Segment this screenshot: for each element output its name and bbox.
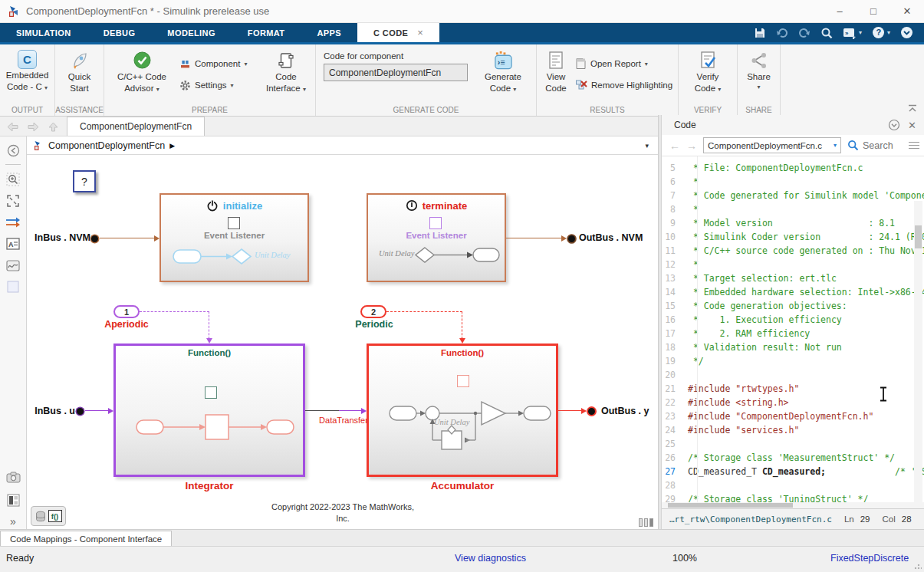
tab-debug[interactable]: DEBUG [87, 23, 152, 42]
maximize-button[interactable]: □ [857, 0, 890, 23]
tab-format[interactable]: FORMAT [232, 23, 301, 42]
code-editor[interactable]: 5 * File: ComponentDeploymentFcn.c6 *7 *… [662, 156, 924, 502]
accumulator-block-name[interactable]: Accumulator [367, 480, 558, 491]
signal-line[interactable] [85, 410, 109, 411]
signal-line[interactable] [339, 410, 361, 411]
minimize-button[interactable]: – [823, 0, 857, 23]
outport-outbus-nvm-label[interactable]: OutBus . NVM [579, 232, 643, 243]
signal-line[interactable] [305, 410, 339, 411]
panel-options-icon[interactable] [909, 142, 919, 149]
view-diagnostics-link[interactable]: View diagnostics [455, 553, 526, 564]
annotation-icon[interactable]: A [5, 236, 21, 251]
model-browser-icon[interactable] [5, 492, 21, 508]
code-horizontal-scrollbar[interactable] [662, 502, 924, 508]
settings-button[interactable]: Settings ▾ [179, 76, 253, 94]
zoom-in-icon[interactable] [5, 172, 21, 187]
redo-icon[interactable] [798, 27, 811, 39]
panel-close-icon[interactable]: ✕ [908, 120, 916, 131]
inport-inbus-nvm-dot[interactable] [91, 235, 98, 242]
group-prepare: C/C++ Code Advisor ▾ Component ▾ Setting… [104, 44, 316, 116]
search-input[interactable] [863, 140, 903, 151]
resize-grip[interactable] [914, 562, 922, 570]
share-button[interactable]: Share ▾ [738, 48, 780, 90]
code-vertical-scrollbar[interactable] [914, 201, 922, 502]
function-badge[interactable]: f() [48, 510, 62, 522]
model-canvas[interactable]: ? InBus . NVM initialize Event Listener … [27, 155, 658, 529]
nav-up-icon[interactable] [48, 121, 59, 133]
code-back-icon[interactable]: ← [669, 140, 680, 152]
screenshot-icon[interactable] [5, 469, 21, 485]
signal-routing-icon[interactable] [5, 215, 21, 230]
outport-outbus-nvm-dot[interactable] [568, 235, 575, 242]
event-line [386, 311, 462, 312]
minimize-toolstrip-icon[interactable] [900, 26, 913, 39]
fit-to-view-icon[interactable] [5, 193, 21, 209]
help-block[interactable]: ? [73, 170, 96, 192]
undo-icon[interactable] [776, 27, 788, 39]
tab-modeling[interactable]: MODELING [151, 23, 231, 42]
viewer-icon[interactable] [5, 258, 21, 273]
search-icon[interactable] [847, 140, 859, 151]
data-dictionary-icon[interactable] [35, 511, 46, 522]
canvas-corner-widget[interactable] [639, 518, 653, 527]
file-selector-dropdown[interactable]: ComponentDeploymentFcn.c ▾ [703, 137, 841, 153]
quick-start-button[interactable]: Quick Start [55, 48, 104, 94]
integrator-block-name[interactable]: Integrator [113, 480, 305, 491]
solver-name[interactable]: FixedStepDiscrete [830, 553, 909, 564]
periodic-event-badge[interactable]: 2 [360, 305, 386, 318]
component-name-input[interactable] [324, 64, 468, 81]
integrator-subsystem-block[interactable]: Function() [113, 344, 305, 477]
line-number: 12 [662, 258, 688, 271]
line-number: 9 [662, 216, 688, 230]
inport-inbus-nvm-label[interactable]: InBus . NVM [31, 232, 90, 243]
search-icon[interactable] [820, 27, 833, 39]
signal-line[interactable] [506, 238, 561, 238]
tab-c-code[interactable]: C CODE × [357, 23, 439, 42]
tab-close-icon[interactable]: × [417, 27, 423, 38]
view-code-icon [546, 50, 567, 71]
component-button[interactable]: Component ▾ [179, 54, 253, 73]
toolstrip-ribbon: C Embedded Code - C ▾ OUTPUT Quick Start… [0, 44, 924, 117]
close-button[interactable]: ✕ [890, 0, 924, 23]
breadcrumb-dropdown-icon[interactable]: ▾ [645, 142, 649, 150]
outport-outbus-y-dot[interactable] [588, 408, 595, 415]
periodic-event-label: Periodic [349, 319, 400, 330]
power-off-icon [406, 199, 418, 212]
data-transfer-label[interactable]: DataTransfer [317, 416, 370, 425]
panel-menu-icon[interactable] [888, 119, 900, 131]
perspective-icon[interactable]: » ▾ [843, 27, 862, 39]
remove-highlighting-button[interactable]: Remove Highlighting [575, 76, 672, 94]
group-label-share: SHARE [738, 106, 780, 114]
outport-outbus-y-label[interactable]: OutBus . y [601, 406, 649, 416]
open-report-button[interactable]: Open Report ▾ [575, 54, 672, 73]
document-tab[interactable]: ComponentDeploymentFcn [67, 117, 205, 136]
code-line: 23#include "ComponentDeploymentFcn.h" [662, 409, 924, 423]
code-forward-icon[interactable]: → [686, 140, 697, 152]
tab-simulation[interactable]: SIMULATION [0, 23, 87, 42]
save-icon[interactable] [754, 27, 766, 39]
accumulator-subsystem-block[interactable]: Function() [367, 344, 558, 477]
help-icon[interactable]: ? ▾ [872, 26, 890, 39]
terminate-subsystem-block[interactable]: terminate Event Listener Unit Delay [367, 193, 506, 282]
nav-back-icon[interactable] [6, 121, 19, 133]
area-icon[interactable] [5, 279, 21, 294]
tab-apps[interactable]: APPS [301, 23, 357, 42]
signal-line[interactable] [558, 410, 581, 411]
aperiodic-event-badge[interactable]: 1 [113, 305, 140, 318]
initialize-subsystem-block[interactable]: initialize Event Listener Unit Delay [159, 193, 309, 282]
collapse-ribbon-icon[interactable] [907, 104, 918, 113]
nav-forward-icon[interactable] [27, 121, 40, 133]
inport-inbus-u-label[interactable]: InBus . u [31, 406, 75, 416]
code-line: 17 * 2. RAM efficiency [662, 327, 924, 340]
verify-code-button[interactable]: Verify Code ▾ [679, 48, 737, 94]
breadcrumb-model-name[interactable]: ComponentDeploymentFcn [48, 140, 165, 151]
code-mappings-tab[interactable]: Code Mappings - Component Interface [0, 531, 172, 547]
settings-gear-icon [179, 80, 191, 91]
signal-line[interactable] [100, 238, 154, 238]
embedded-code-button[interactable]: C Embedded Code - C ▾ [0, 48, 54, 93]
hide-panel-icon[interactable] [5, 143, 21, 158]
code-line: 26/* Storage class 'MeasurementStruct' *… [662, 451, 924, 465]
line-number: 29 [662, 492, 688, 502]
expand-palette-icon[interactable]: » [5, 514, 21, 529]
inport-inbus-u-dot[interactable] [77, 408, 84, 415]
